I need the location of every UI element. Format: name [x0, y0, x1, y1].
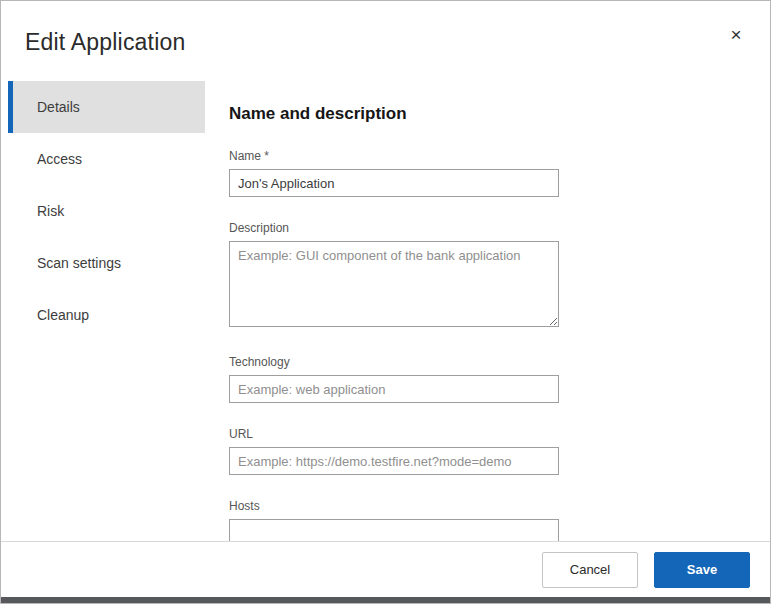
technology-input[interactable] [229, 375, 559, 403]
url-field-group: URL [229, 427, 559, 475]
technology-label: Technology [229, 355, 559, 370]
name-field-group: Name * [229, 149, 559, 197]
url-label: URL [229, 427, 559, 442]
sidebar-item-label: Cleanup [37, 307, 89, 323]
description-textarea[interactable] [229, 241, 559, 327]
hosts-field-group: Hosts [229, 499, 559, 541]
dialog-sidebar: Details Access Risk Scan settings Cleanu… [1, 79, 205, 541]
name-label: Name * [229, 149, 559, 164]
dialog-title: Edit Application [25, 29, 185, 56]
dialog-body: Details Access Risk Scan settings Cleanu… [1, 79, 770, 541]
hosts-input[interactable] [229, 519, 559, 541]
dialog-footer: Cancel Save [1, 541, 770, 597]
dialog-header: Edit Application × [1, 1, 770, 79]
sidebar-item-label: Scan settings [37, 255, 121, 271]
technology-field-group: Technology [229, 355, 559, 403]
sidebar-item-cleanup[interactable]: Cleanup [8, 289, 205, 341]
save-button[interactable]: Save [654, 552, 750, 588]
sidebar-item-scan-settings[interactable]: Scan settings [8, 237, 205, 289]
url-input[interactable] [229, 447, 559, 475]
details-panel: Name and description Name * Description … [205, 79, 770, 541]
cancel-button[interactable]: Cancel [542, 552, 638, 588]
sidebar-item-details[interactable]: Details [8, 81, 205, 133]
edit-application-dialog: Edit Application × Details Access Risk S… [0, 0, 771, 604]
sidebar-item-label: Access [37, 151, 82, 167]
description-label: Description [229, 221, 559, 236]
sidebar-item-risk[interactable]: Risk [8, 185, 205, 237]
name-input[interactable] [229, 169, 559, 197]
close-icon[interactable]: × [722, 21, 750, 49]
background-page-strip [1, 597, 770, 604]
sidebar-item-label: Details [37, 99, 80, 115]
sidebar-item-access[interactable]: Access [8, 133, 205, 185]
hosts-label: Hosts [229, 499, 559, 514]
section-title: Name and description [229, 103, 770, 125]
description-field-group: Description [229, 221, 559, 331]
sidebar-item-label: Risk [37, 203, 64, 219]
